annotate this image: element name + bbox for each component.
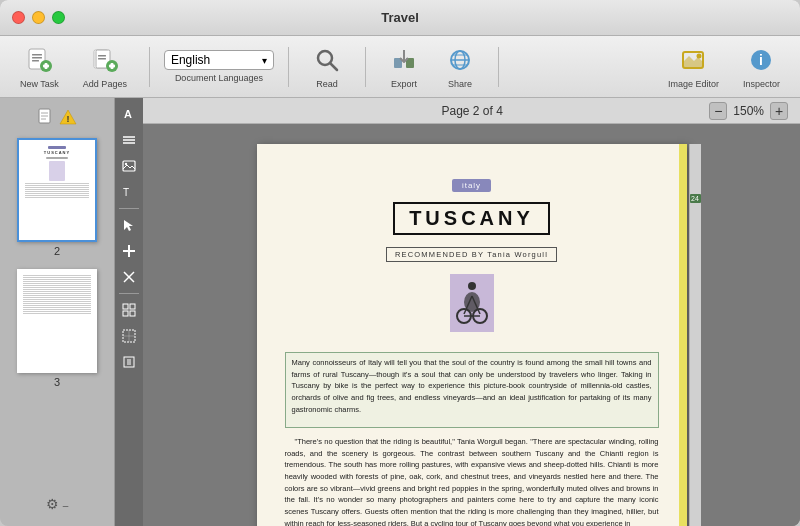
share-button[interactable]: Share (436, 40, 484, 93)
tools-panel: A T (115, 98, 143, 526)
title-bar: Travel (0, 0, 800, 36)
svg-rect-9 (98, 55, 106, 57)
new-task-button[interactable]: New Task (12, 40, 67, 93)
toolbar-sep-1 (149, 47, 150, 87)
image-editor-icon (677, 44, 709, 76)
minimize-button[interactable] (32, 11, 45, 24)
add-pages-button[interactable]: Add Pages (75, 40, 135, 93)
ruler-marker: 24 (690, 194, 701, 203)
add-pages-label: Add Pages (83, 79, 127, 89)
settings-button[interactable]: ⚙ – (46, 496, 68, 512)
tool-grid-button[interactable] (117, 298, 141, 322)
page-info: Page 2 of 4 (441, 104, 502, 118)
svg-marker-43 (124, 220, 133, 231)
svg-point-27 (697, 54, 702, 59)
tool-image-button[interactable] (117, 154, 141, 178)
tool-textblock-button[interactable]: T (117, 180, 141, 204)
share-icon (444, 44, 476, 76)
inspector-icon: i (745, 44, 777, 76)
svg-rect-10 (98, 58, 106, 60)
image-editor-button[interactable]: Image Editor (660, 40, 727, 93)
gear-icon: ⚙ (46, 496, 59, 512)
inspector-label: Inspector (743, 79, 780, 89)
warning-icon: ! (59, 108, 77, 126)
thumbnail-page-2[interactable]: TUSCANY (17, 138, 97, 242)
thumbnail-sidebar: ! TUSCANY (0, 98, 115, 526)
svg-rect-40 (123, 161, 135, 171)
new-task-label: New Task (20, 79, 59, 89)
zoom-out-button[interactable]: − (709, 102, 727, 120)
read-button[interactable]: Read (303, 40, 351, 93)
main-area: ! TUSCANY (0, 98, 800, 526)
tool-remove-button[interactable] (117, 265, 141, 289)
window-title: Travel (381, 10, 419, 25)
tool-cursor-button[interactable] (117, 213, 141, 237)
page-nav-bar: Page 2 of 4 − 150% + (143, 98, 800, 124)
svg-text:!: ! (67, 114, 70, 124)
chevron-down-icon: ▾ (262, 55, 267, 66)
tool-select-button[interactable] (117, 324, 141, 348)
svg-line-15 (330, 63, 337, 70)
thumbnail-page-3[interactable] (17, 269, 97, 373)
add-pages-icon (89, 44, 121, 76)
settings-dash: – (63, 500, 69, 511)
svg-rect-50 (123, 311, 128, 316)
zoom-level: 150% (733, 104, 764, 118)
toolbar: New Task Add Pages English ▾ Document La… (0, 36, 800, 98)
tool-highlight-button[interactable] (117, 350, 141, 374)
doc-languages-label: Document Languages (175, 73, 263, 83)
svg-rect-48 (123, 304, 128, 309)
tuscany-title: TUSCANY (393, 202, 550, 235)
document-scroll-area[interactable]: 24 italy TUSCANY RECOMMENDED BY Tania Wo… (143, 124, 800, 526)
svg-rect-2 (32, 57, 42, 59)
svg-rect-51 (130, 311, 135, 316)
language-value: English (171, 53, 210, 67)
cyclist-wrap (285, 274, 659, 336)
export-label: Export (391, 79, 417, 89)
page-area: Page 2 of 4 − 150% + 24 italy (143, 98, 800, 526)
page-highlight-bar (679, 144, 687, 526)
language-selector[interactable]: English ▾ Document Languages (164, 50, 274, 83)
maximize-button[interactable] (52, 11, 65, 24)
tool-text-button[interactable]: A (117, 102, 141, 126)
thumbnail-2-container: TUSCANY 2 (17, 138, 97, 257)
thumbnail-3-container: 3 (17, 269, 97, 388)
svg-rect-3 (32, 60, 39, 62)
recommended-text: RECOMMENDED BY Tania Worgull (386, 247, 557, 262)
toolbar-sep-3 (365, 47, 366, 87)
italy-tag-container: italy (285, 174, 659, 192)
paragraph-1-box: Many connoisseurs of Italy will tell you… (285, 352, 659, 428)
language-dropdown[interactable]: English ▾ (164, 50, 274, 70)
svg-text:T: T (123, 187, 129, 198)
window-controls (12, 11, 65, 24)
paragraph-1: Many connoisseurs of Italy will tell you… (292, 357, 652, 415)
svg-rect-1 (32, 54, 42, 56)
toolbar-sep-4 (498, 47, 499, 87)
export-button[interactable]: Export (380, 40, 428, 93)
svg-text:A: A (124, 108, 132, 120)
share-label: Share (448, 79, 472, 89)
tool-list-button[interactable] (117, 128, 141, 152)
inspector-button[interactable]: i Inspector (735, 40, 788, 93)
thumbnail-page-2-number: 2 (54, 245, 60, 257)
italy-tag: italy (452, 179, 491, 192)
zoom-controls: − 150% + (709, 102, 788, 120)
document-icon[interactable] (37, 108, 55, 126)
toolbar-sep-2 (288, 47, 289, 87)
svg-rect-49 (130, 304, 135, 309)
svg-point-60 (468, 282, 476, 290)
new-task-icon (23, 44, 55, 76)
document-page: 24 italy TUSCANY RECOMMENDED BY Tania Wo… (257, 144, 687, 526)
close-button[interactable] (12, 11, 25, 24)
thumbnail-page-3-number: 3 (54, 376, 60, 388)
page-ruler: 24 (689, 144, 701, 526)
tuscany-title-wrap: TUSCANY (285, 202, 659, 235)
cyclist-image (450, 274, 494, 332)
svg-rect-6 (43, 65, 49, 68)
read-label: Read (316, 79, 338, 89)
zoom-in-button[interactable]: + (770, 102, 788, 120)
image-editor-label: Image Editor (668, 79, 719, 89)
svg-text:i: i (760, 52, 764, 68)
tool-add-button[interactable] (117, 239, 141, 263)
read-icon (311, 44, 343, 76)
